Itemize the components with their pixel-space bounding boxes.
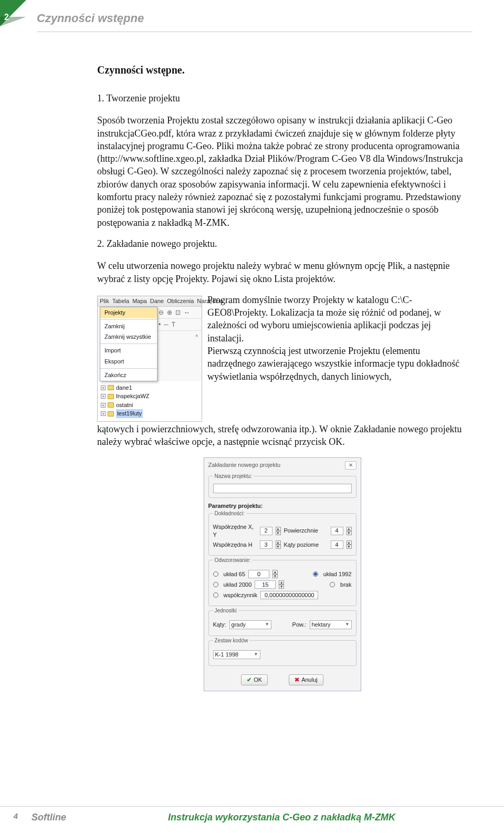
tree-row[interactable]: +dane1 (101, 383, 198, 392)
section1-heading: 1. Tworzenie projektu (97, 92, 467, 105)
lbl-katy: Kąty poziome (284, 541, 328, 549)
mi-zamknij-wszystkie[interactable]: Zamknij wszystkie (100, 331, 157, 342)
page-header: Czynności wstępne (37, 11, 472, 29)
grp-name-legend: Nazwa projektu: (213, 473, 254, 480)
footer-softline: Softline (32, 811, 168, 824)
lbl-pow: Powierzchnie (284, 527, 328, 535)
close-icon[interactable]: ✕ (345, 461, 356, 470)
combo-codes[interactable]: K-1 1998▼ (213, 650, 260, 659)
spin-65[interactable]: ▲▼ (272, 570, 278, 578)
grp-units-legend: Jednostki (213, 607, 238, 615)
tree-row[interactable]: +ostatni (101, 401, 198, 410)
tree-row[interactable]: +InspekcjaWZ (101, 392, 198, 401)
radio-1992[interactable] (313, 571, 318, 577)
spin-2000[interactable]: ▲▼ (279, 580, 284, 589)
close-icon[interactable]: × (155, 331, 202, 341)
paragraph-3a: Program domyślnie tworzy Projekty w kata… (207, 295, 441, 343)
spin-xy[interactable]: ▲▼ (276, 527, 281, 535)
radio-65[interactable] (213, 571, 218, 577)
dialog-wrap: Zakładanie nowego projektu ✕ Nazwa proje… (97, 457, 467, 691)
menu-mapa[interactable]: Mapa (132, 297, 147, 305)
page-number-top: 2 (4, 12, 9, 23)
paragraph-2: W celu utworzenia nowego projektu należy… (97, 259, 467, 285)
mi-zamknij[interactable]: Zamknij (100, 321, 157, 332)
spin-pow[interactable]: ▲▼ (346, 527, 352, 535)
check-icon: ✔ (247, 676, 251, 684)
mi-eksport[interactable]: Eksport (100, 356, 157, 367)
tree-row[interactable]: +test19luty (101, 409, 198, 418)
mi-zakoncz[interactable]: Zakończ (100, 370, 157, 381)
line-icon[interactable]: ─ (164, 320, 169, 329)
section2-heading: 2. Zakładanie nowego projektu. (97, 237, 467, 250)
toolbar-icons-2: • ─ T (155, 319, 202, 331)
lbl-h: Współrzędna H (213, 541, 257, 549)
header-rule (37, 32, 472, 32)
wrap-block: Plik Tabela Mapa Dane Obliczenia Narzędz… (97, 294, 467, 423)
spin-h[interactable]: ▲▼ (276, 540, 281, 549)
paragraph-1: Sposób tworzenia Projektu został szczegó… (97, 114, 467, 229)
lbl-jkaty: Kąty: (213, 621, 226, 629)
file-dropdown: Projekty Zamknij Zamknij wszystkie Impor… (100, 307, 158, 381)
val-h[interactable]: 3 (260, 540, 272, 549)
mi-import[interactable]: Import (100, 345, 157, 356)
footer: 4 Softline Instrukcja wykorzystania C-Ge… (0, 806, 504, 824)
val-wsp[interactable]: 0,00000000000000 (260, 591, 318, 599)
grp-proj-legend: Odwzorowanie: (213, 557, 253, 564)
combo-angles[interactable]: grady▼ (229, 620, 271, 629)
opt-2000: układ 2000 (224, 581, 252, 589)
lbl-xy: Współrzędne X, Y (213, 523, 257, 539)
paragraph-3c: kątowych i powierzchniowych, strefę odwz… (97, 423, 467, 449)
zoom-out-icon[interactable]: ⊖ (159, 308, 164, 317)
menu-plik[interactable]: Plik (100, 297, 109, 305)
val-xy[interactable]: 2 (260, 527, 272, 535)
val-katy[interactable]: 4 (331, 540, 343, 549)
spin-katy[interactable]: ▲▼ (346, 540, 352, 549)
menu-bar: Plik Tabela Mapa Dane Obliczenia Narzędz… (98, 296, 202, 307)
project-name-input[interactable] (213, 484, 352, 493)
zoom-in-icon[interactable]: ⊕ (167, 308, 172, 317)
paragraph-3b: Pierwszą czynnością jest utworzenie Proj… (207, 346, 459, 382)
screenshot-menu: Plik Tabela Mapa Dane Obliczenia Narzędz… (97, 296, 202, 422)
menu-dane[interactable]: Dane (150, 297, 164, 305)
t-icon[interactable]: T (172, 320, 175, 329)
params-heading: Parametry projektu: (208, 502, 356, 510)
dot-icon[interactable]: • (159, 320, 161, 329)
x-icon: ✖ (295, 676, 299, 684)
cancel-button[interactable]: ✖Anuluj (289, 674, 323, 685)
menu-obliczenia[interactable]: Obliczenia (167, 297, 194, 305)
opt-brak: brak (340, 581, 351, 589)
hand-icon[interactable]: ↔ (184, 308, 190, 317)
toolbar-icons: ⊖ ⊕ ⊡ ↔ (155, 307, 202, 319)
page-title: Czynności wstępne. (97, 63, 467, 77)
mi-projekty[interactable]: Projekty (100, 307, 157, 318)
content: Czynności wstępne. 1. Tworzenie projektu… (97, 63, 467, 691)
grp-accuracy-legend: Dokładności: (213, 510, 246, 517)
menu-tabela[interactable]: Tabela (112, 297, 129, 305)
val-pow[interactable]: 4 (331, 527, 343, 535)
grp-codes-legend: Zestaw kodów (213, 637, 250, 644)
footer-page-number: 4 (0, 811, 32, 824)
opt-1992: układ 1992 (323, 570, 352, 578)
footer-doc-title: Instrukcja wykorzystania C-Geo z nakładk… (168, 811, 504, 824)
opt-65: układ 65 (224, 570, 246, 578)
radio-2000[interactable] (213, 582, 218, 587)
radio-brak[interactable] (330, 582, 335, 587)
project-tree: +dane1 +InspekcjaWZ +ostatni +test19luty (98, 381, 202, 421)
radio-wsp[interactable] (213, 592, 218, 598)
zoom-fit-icon[interactable]: ⊡ (175, 308, 181, 317)
opt-wsp: współczynnik (224, 591, 258, 599)
val-2000[interactable]: 15 (255, 580, 276, 589)
dialog-title: Zakładanie nowego projektu (208, 461, 281, 470)
combo-areas[interactable]: hektary▼ (310, 620, 352, 629)
new-project-dialog: Zakładanie nowego projektu ✕ Nazwa proje… (204, 457, 361, 691)
ok-button[interactable]: ✔OK (241, 674, 268, 685)
lbl-jpow: Pow.: (292, 621, 307, 629)
val-65[interactable]: 0 (248, 570, 269, 578)
